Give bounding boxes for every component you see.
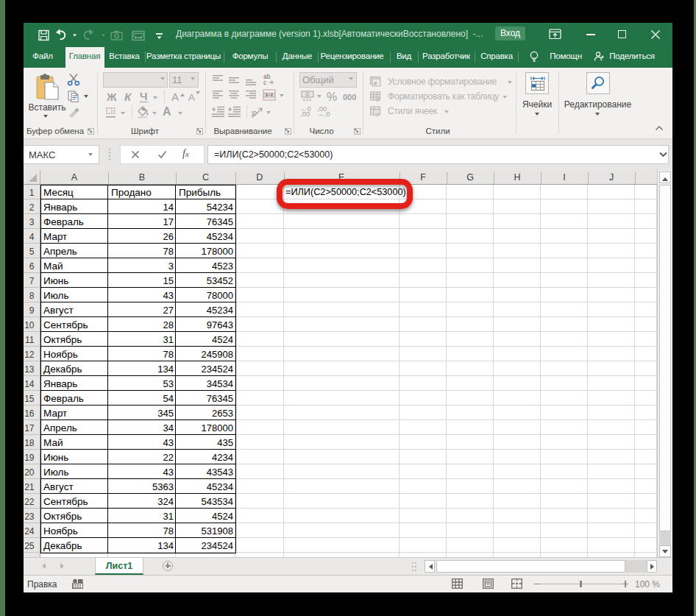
svg-text:ab: ab [252, 109, 258, 118]
svg-text:≠: ≠ [374, 79, 377, 86]
